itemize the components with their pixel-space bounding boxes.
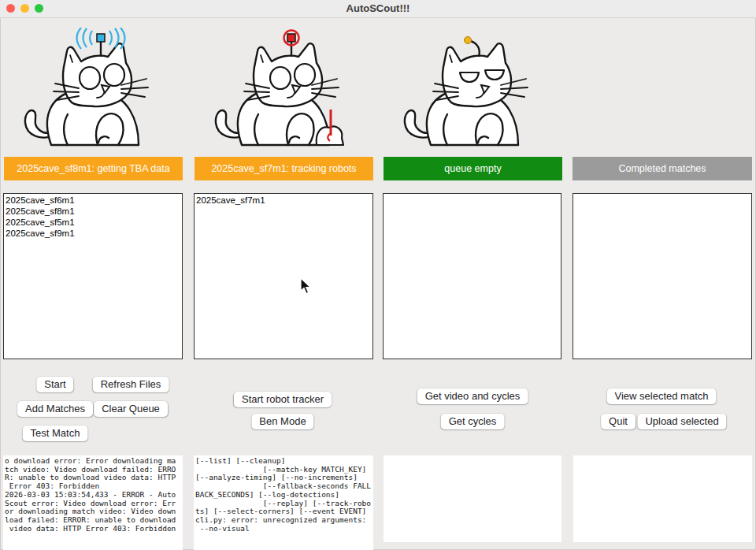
start-robot-tracker-button[interactable]: Start robot tracker <box>234 392 332 407</box>
completed-listbox[interactable] <box>573 193 752 359</box>
view-selected-match-button[interactable]: View selected match <box>607 388 717 404</box>
status-bar-completed: Completed matches <box>573 157 752 180</box>
antenna-tip-icon <box>465 37 472 44</box>
queue-listbox[interactable] <box>383 193 561 359</box>
zoom-button[interactable] <box>35 4 43 13</box>
get-video-and-cycles-button[interactable]: Get video and cycles <box>417 388 528 404</box>
downloader-log[interactable]: o download error: Error downloading ma t… <box>3 455 183 550</box>
window-titlebar: AutoSCout!!! <box>0 0 756 18</box>
clear-queue-button[interactable]: Clear Queue <box>94 401 168 417</box>
antenna-tip-icon <box>97 34 105 42</box>
completed-log[interactable] <box>573 455 752 542</box>
cat-downloader-sprite <box>20 28 177 154</box>
cat-queue-sprite <box>399 28 557 154</box>
ben-mode-button[interactable]: Ben Mode <box>251 414 313 429</box>
list-item[interactable]: 2025cave_sf5m1 <box>6 217 182 228</box>
status-bar-tba: 2025cave_sf8m1: getting TBA data <box>4 157 183 180</box>
list-item[interactable]: 2025cave_sf8m1 <box>6 206 182 217</box>
test-match-button[interactable]: Test Match <box>23 426 88 441</box>
close-button[interactable] <box>6 4 15 13</box>
autoscout-window: AutoSCout!!! <box>0 0 756 550</box>
minimize-button[interactable] <box>20 4 29 13</box>
window-title: AutoSCout!!! <box>0 0 756 17</box>
tracker-log[interactable]: [--list] [--cleanup] [--match-key MATCH_… <box>194 455 373 550</box>
add-matches-button[interactable]: Add Matches <box>17 401 93 417</box>
refresh-files-button[interactable]: Refresh Files <box>93 377 169 392</box>
cat-tracker-sprite <box>210 28 368 154</box>
get-cycles-button[interactable]: Get cycles <box>441 414 505 429</box>
tracker-log-text: [--list] [--cleanup] [--match-key MATCH_… <box>194 455 373 533</box>
upload-selected-button[interactable]: Upload selected <box>637 414 726 429</box>
tracking-listbox[interactable]: 2025cave_sf7m1 <box>194 193 373 359</box>
bent-antenna-icon <box>470 41 480 57</box>
list-item[interactable]: 2025cave_sf7m1 <box>196 195 372 206</box>
files-listbox[interactable]: 2025cave_sf6m1 2025cave_sf8m1 2025cave_s… <box>3 193 183 359</box>
start-button[interactable]: Start <box>36 377 73 392</box>
mouse-cursor <box>300 277 313 295</box>
list-item[interactable]: 2025cave_sf6m1 <box>6 195 182 206</box>
status-bar-tracker: 2025cave_sf7m1: tracking robots <box>195 157 373 180</box>
queue-log[interactable] <box>384 455 561 542</box>
quit-button[interactable]: Quit <box>601 414 636 429</box>
downloader-log-text: o download error: Error downloading ma t… <box>3 455 183 533</box>
list-item[interactable]: 2025cave_sf9m1 <box>6 228 182 239</box>
status-bar-queue: queue empty <box>384 157 562 180</box>
antenna-tip-icon <box>287 34 295 42</box>
